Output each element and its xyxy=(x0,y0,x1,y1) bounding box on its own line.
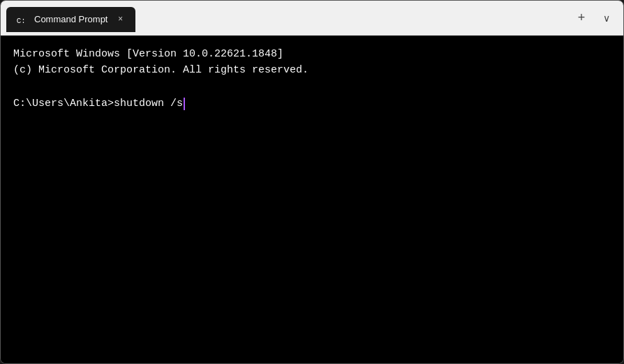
terminal-line-2: (c) Microsoft Corporation. All rights re… xyxy=(13,63,611,79)
dropdown-button[interactable]: ∨ xyxy=(595,7,618,29)
titlebar-actions: + ∨ xyxy=(570,7,618,29)
tab-close-button[interactable]: × xyxy=(113,13,127,26)
titlebar: C: Command Prompt × + ∨ xyxy=(1,1,623,36)
tab-area: C: Command Prompt × xyxy=(6,1,565,35)
prompt-arrow: > xyxy=(107,96,114,112)
terminal-body[interactable]: Microsoft Windows [Version 10.0.22621.18… xyxy=(1,36,623,363)
prompt-line: C:\Users\Ankita > shutdown /s xyxy=(13,96,611,112)
terminal-blank-line xyxy=(13,78,611,93)
prompt-path: C:\Users\Ankita xyxy=(13,96,107,112)
active-tab[interactable]: C: Command Prompt × xyxy=(6,7,135,32)
cursor xyxy=(184,98,185,110)
command-text: shutdown /s xyxy=(114,96,183,112)
svg-text:C:: C: xyxy=(17,16,26,24)
cmd-icon: C: xyxy=(15,13,29,26)
new-tab-button[interactable]: + xyxy=(570,7,593,29)
terminal-line-1: Microsoft Windows [Version 10.0.22621.18… xyxy=(13,47,611,63)
terminal-window: C: Command Prompt × + ∨ Microsoft Window… xyxy=(0,0,624,364)
tab-title-label: Command Prompt xyxy=(34,14,107,24)
